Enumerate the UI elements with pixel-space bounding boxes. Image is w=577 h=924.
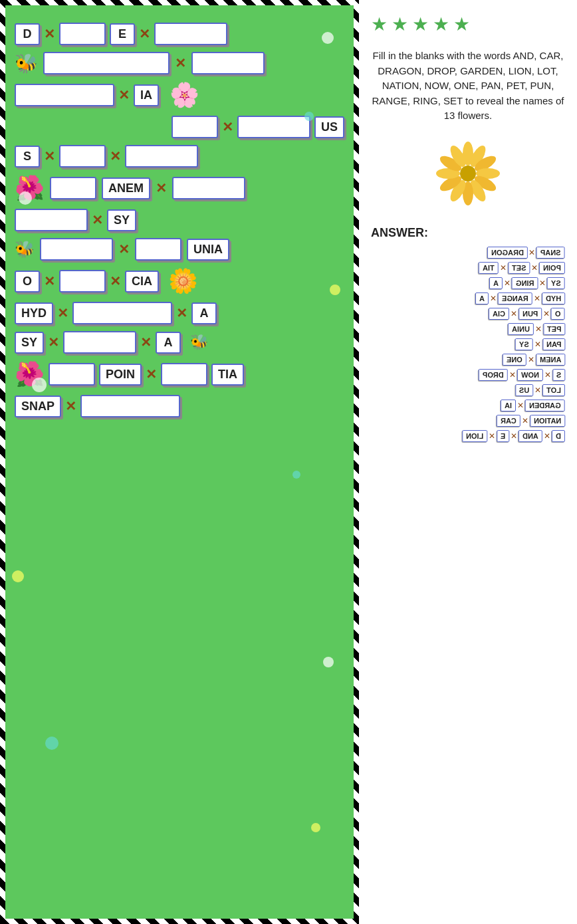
word-cia: CIA [125, 271, 159, 292]
ans-box: RANGE [498, 292, 532, 304]
ans-box: DROP [479, 369, 508, 381]
blank[interactable] [43, 52, 170, 74]
ans-cross: ✕ [544, 431, 550, 441]
ans-cross: ✕ [528, 248, 535, 257]
answer-row-6: UNIA ✕ PET [371, 323, 565, 335]
ans-box: SY [515, 338, 533, 350]
word-snap: SNAP [15, 396, 61, 417]
bee-icon: 🐝 [15, 53, 38, 74]
blank[interactable] [59, 270, 106, 292]
cross-icon: ✕ [175, 55, 186, 71]
answer-row-2: TIA ✕ SET ✕ POIN [371, 262, 565, 274]
blank[interactable] [15, 209, 88, 231]
blank[interactable] [191, 52, 265, 74]
ans-box: NATION [530, 415, 565, 427]
cross-icon: ✕ [44, 148, 55, 164]
ans-box: TIA [479, 262, 499, 274]
answer-rows: DRAGON ✕ SNAP TIA ✕ SET ✕ POIN A ✕ RING … [371, 247, 565, 442]
word-sy: SY [107, 209, 136, 231]
ans-box: PAN [542, 338, 565, 350]
blank[interactable] [50, 177, 96, 199]
flower-icon-3: 🌼 [168, 267, 198, 295]
ans-cross: ✕ [504, 279, 511, 288]
word-anem: ANEM [102, 177, 150, 199]
ans-box: LOT [542, 384, 565, 396]
cross-icon: ✕ [44, 273, 55, 289]
cross-icon: ✕ [156, 180, 167, 196]
ans-box: LION [462, 430, 487, 442]
cross-icon: ✕ [48, 334, 59, 350]
blank[interactable] [72, 302, 172, 324]
word-a1: A [191, 302, 217, 324]
ans-cross: ✕ [539, 279, 546, 288]
blank[interactable] [154, 23, 227, 45]
blank[interactable] [49, 363, 95, 386]
bee-icon-3: 🐝 [190, 334, 208, 351]
cross-icon: ✕ [110, 148, 121, 164]
ans-cross: ✕ [522, 416, 528, 425]
cross-icon: ✕ [110, 273, 121, 289]
blank[interactable] [80, 395, 180, 417]
blank[interactable] [15, 84, 114, 106]
cross-icon: ✕ [139, 26, 150, 42]
word-e: E [110, 23, 135, 45]
ans-box: E [497, 430, 509, 442]
ans-cross: ✕ [489, 431, 495, 441]
ans-cross: ✕ [543, 309, 550, 318]
ans-cross: ✕ [544, 370, 551, 380]
puzzle-row-2: 🐝 ✕ [15, 52, 344, 74]
cross-icon: ✕ [44, 26, 55, 42]
deco-dot [12, 570, 24, 582]
ans-cross: ✕ [490, 294, 497, 303]
cross-icon: ✕ [176, 305, 187, 321]
ans-cross: ✕ [535, 324, 542, 334]
word-ia: IA [134, 84, 159, 106]
blank[interactable] [125, 145, 198, 168]
blank[interactable] [237, 116, 310, 138]
ans-box: GARDEN [525, 400, 565, 411]
star-5: ★ [453, 13, 470, 35]
answer-title: ANSWER: [371, 226, 565, 240]
blank[interactable] [161, 363, 207, 386]
deco-dot [304, 112, 314, 121]
instructions-text: Fill in the blanks with the words AND, C… [371, 49, 565, 124]
answer-row-7: SY ✕ PAN [371, 338, 565, 350]
answer-row-1: DRAGON ✕ SNAP [371, 247, 565, 259]
blank[interactable] [59, 23, 106, 45]
blank[interactable] [135, 238, 181, 261]
stars-row: ★ ★ ★ ★ ★ [371, 13, 470, 35]
puzzle-row-6: 🌺 ANEM ✕ [15, 174, 344, 202]
star-3: ★ [412, 13, 429, 35]
ans-box: A [475, 292, 489, 304]
blank[interactable] [172, 177, 245, 199]
ans-cross: ✕ [534, 386, 541, 395]
deco-dot [311, 823, 320, 832]
cross-icon: ✕ [92, 212, 103, 228]
cross-icon: ✕ [140, 334, 152, 350]
answer-row-11: IA ✕ GARDEN [371, 400, 565, 411]
ans-box: SNAP [536, 247, 565, 259]
word-d: D [15, 23, 40, 45]
word-us: US [314, 116, 344, 138]
svg-point-12 [460, 166, 476, 181]
answer-row-12: CAR ✕ NATION [371, 415, 565, 427]
word-poin: POIN [99, 364, 142, 386]
ans-cross: ✕ [534, 294, 540, 303]
star-4: ★ [433, 13, 449, 35]
blank[interactable] [59, 145, 106, 168]
puzzle-row-8: 🐝 ✕ UNIA [15, 238, 344, 261]
blank[interactable] [63, 331, 136, 354]
ans-cross: ✕ [534, 340, 541, 349]
word-unia: UNIA [187, 239, 229, 261]
blank[interactable] [40, 238, 113, 261]
star-2: ★ [392, 13, 408, 35]
ans-box: PUN [519, 308, 542, 320]
cross-icon: ✕ [57, 305, 68, 321]
ans-box: ANEM [536, 354, 565, 366]
ans-box: S [552, 369, 565, 381]
ans-cross: ✕ [509, 370, 516, 380]
ans-box: UNIA [508, 323, 534, 335]
cross-icon: ✕ [118, 87, 130, 103]
deco-dot [19, 191, 32, 205]
blank[interactable] [172, 116, 218, 138]
